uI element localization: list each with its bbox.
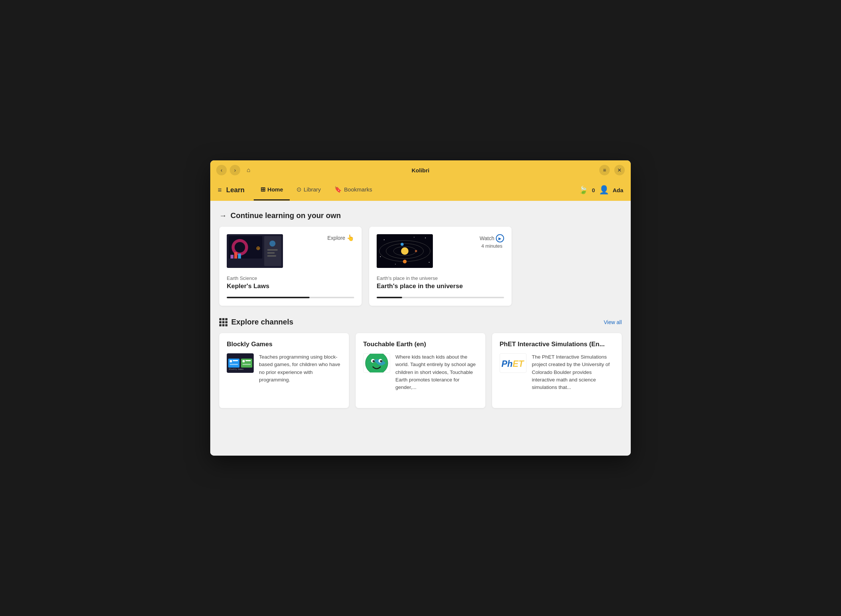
earth-category: Earth's place in the universe xyxy=(377,275,504,281)
user-avatar-icon[interactable]: 👤 xyxy=(599,185,609,195)
kepler-category: Earth Science xyxy=(227,275,354,281)
view-all-link[interactable]: View all xyxy=(604,319,622,325)
section-arrow-icon: → xyxy=(219,211,227,220)
nav-tabs: ⊞ Home ⊙ Library 🔖 Bookmarks xyxy=(254,180,379,200)
svg-rect-32 xyxy=(241,359,252,368)
svg-point-20 xyxy=(403,260,407,263)
svg-point-8 xyxy=(269,241,275,247)
watch-duration: 4 minutes xyxy=(481,243,502,249)
phet-logo: PhET xyxy=(500,353,527,373)
nav-right: 🍃 0 👤 Ada xyxy=(579,185,623,195)
nav-bar: ≡ Learn ⊞ Home ⊙ Library 🔖 Bookmarks 🍃 0… xyxy=(210,180,631,201)
home-tab-label: Home xyxy=(268,186,283,193)
earth-action-label: Watch ▶ xyxy=(480,234,504,242)
back-button[interactable]: ‹ xyxy=(216,165,227,175)
svg-rect-6 xyxy=(238,254,241,259)
explore-label: Explore xyxy=(328,235,345,241)
close-button[interactable]: ✕ xyxy=(614,165,625,175)
touchable-body: Where kids teach kids about the world. T… xyxy=(363,353,478,391)
svg-rect-28 xyxy=(228,359,239,368)
app-window: ‹ › ⌂ Kolibri ≡ ✕ ≡ Learn ⊞ Home ⊙ Libra… xyxy=(210,160,631,456)
home-button[interactable]: ⌂ xyxy=(243,165,254,175)
svg-point-25 xyxy=(395,264,396,265)
kepler-thumbnail: ⊕ xyxy=(227,234,283,268)
forward-button[interactable]: › xyxy=(230,165,240,175)
kepler-card-header: ⊕ Explore 👆 xyxy=(227,234,354,272)
phet-card[interactable]: PhET Interactive Simulations (En... PhET… xyxy=(492,333,622,408)
phet-title: PhET Interactive Simulations (En... xyxy=(500,341,614,348)
svg-point-24 xyxy=(429,262,429,263)
svg-rect-35 xyxy=(242,364,251,365)
svg-point-14 xyxy=(401,247,409,255)
touchable-description: Where kids teach kids about the world. T… xyxy=(395,353,478,391)
channels-section-header: Explore channels View all xyxy=(219,318,622,326)
svg-rect-29 xyxy=(230,360,232,362)
svg-point-41 xyxy=(373,360,375,362)
touchable-title: Touchable Earth (en) xyxy=(363,341,478,348)
blockly-title: Blockly Games xyxy=(227,341,341,348)
svg-point-42 xyxy=(380,360,382,362)
points-count: 0 xyxy=(592,187,595,193)
svg-rect-31 xyxy=(230,364,238,365)
svg-text:⊕: ⊕ xyxy=(256,245,260,251)
tab-bookmarks[interactable]: 🔖 Bookmarks xyxy=(328,179,379,200)
svg-rect-34 xyxy=(245,360,251,361)
main-content: → Continue learning on your own xyxy=(210,201,631,456)
library-tab-label: Library xyxy=(304,186,321,193)
hamburger-button[interactable]: ≡ xyxy=(218,186,222,194)
kepler-progress-container xyxy=(227,297,354,298)
earth-card-header: Watch ▶ 4 minutes xyxy=(377,234,504,272)
blockly-description: Teaches programming using block-based ga… xyxy=(259,353,341,384)
svg-rect-4 xyxy=(230,255,233,259)
continue-learning-header: → Continue learning on your own xyxy=(219,211,622,220)
earth-progress-bar xyxy=(377,297,402,298)
svg-point-22 xyxy=(425,238,426,238)
title-bar-nav: ‹ › ⌂ xyxy=(216,165,254,175)
earth-card[interactable]: Watch ▶ 4 minutes Earth's place in the u… xyxy=(369,227,512,306)
channel-cards-row: Blockly Games Bloc xyxy=(219,333,622,408)
title-bar-actions: ≡ ✕ xyxy=(599,165,625,175)
tab-library[interactable]: ⊙ Library xyxy=(290,179,328,200)
menu-button[interactable]: ≡ xyxy=(599,165,610,175)
watch-label: Watch xyxy=(480,235,494,241)
svg-text:PhET: PhET xyxy=(501,359,524,369)
channels-section-left: Explore channels xyxy=(219,318,293,326)
bookmarks-tab-label: Bookmarks xyxy=(344,186,372,193)
svg-text:Blockly Games: Blockly Games xyxy=(229,368,244,371)
learning-cards-row: ⊕ Explore 👆 Earth Science Kepler's Laws xyxy=(219,227,622,306)
kepler-card[interactable]: ⊕ Explore 👆 Earth Science Kepler's Laws xyxy=(219,227,362,306)
window-title: Kolibri xyxy=(412,167,429,173)
svg-rect-30 xyxy=(233,360,238,361)
svg-rect-11 xyxy=(267,255,276,257)
phet-body: PhET The PhET Interactive Simulations pr… xyxy=(500,353,614,391)
blockly-body: Blockly Games Teaches programming using … xyxy=(227,353,341,384)
kepler-action-label: Explore 👆 xyxy=(328,234,354,241)
earth-title: Earth's place in the universe xyxy=(377,283,504,290)
points-leaf-icon: 🍃 xyxy=(579,185,588,194)
grid-icon xyxy=(219,318,227,326)
svg-rect-10 xyxy=(267,252,275,254)
earth-action: Watch ▶ 4 minutes xyxy=(480,234,504,249)
svg-point-3 xyxy=(235,242,245,253)
svg-point-21 xyxy=(384,239,385,240)
phet-description: The PhET Interactive Simulations project… xyxy=(532,353,614,391)
title-bar: ‹ › ⌂ Kolibri ≡ ✕ xyxy=(210,160,631,180)
blockly-games-card[interactable]: Blockly Games Bloc xyxy=(219,333,349,408)
explore-channels-title: Explore channels xyxy=(231,318,293,326)
svg-point-23 xyxy=(380,256,381,257)
continue-learning-title: Continue learning on your own xyxy=(230,211,341,220)
earth-thumbnail xyxy=(377,234,433,268)
blockly-logo: Blockly Games xyxy=(227,353,254,373)
svg-point-18 xyxy=(415,250,417,252)
learn-label: Learn xyxy=(226,186,245,194)
svg-point-19 xyxy=(401,243,404,246)
touchable-earth-card[interactable]: Touchable Earth (en) xyxy=(356,333,485,408)
tab-home[interactable]: ⊞ Home xyxy=(254,179,290,200)
username-label: Ada xyxy=(613,187,623,193)
kepler-action: Explore 👆 xyxy=(328,234,354,241)
svg-rect-9 xyxy=(267,249,278,251)
kepler-progress-bar xyxy=(227,297,310,298)
svg-rect-5 xyxy=(234,252,237,259)
svg-rect-7 xyxy=(264,236,281,266)
svg-point-26 xyxy=(414,237,415,238)
